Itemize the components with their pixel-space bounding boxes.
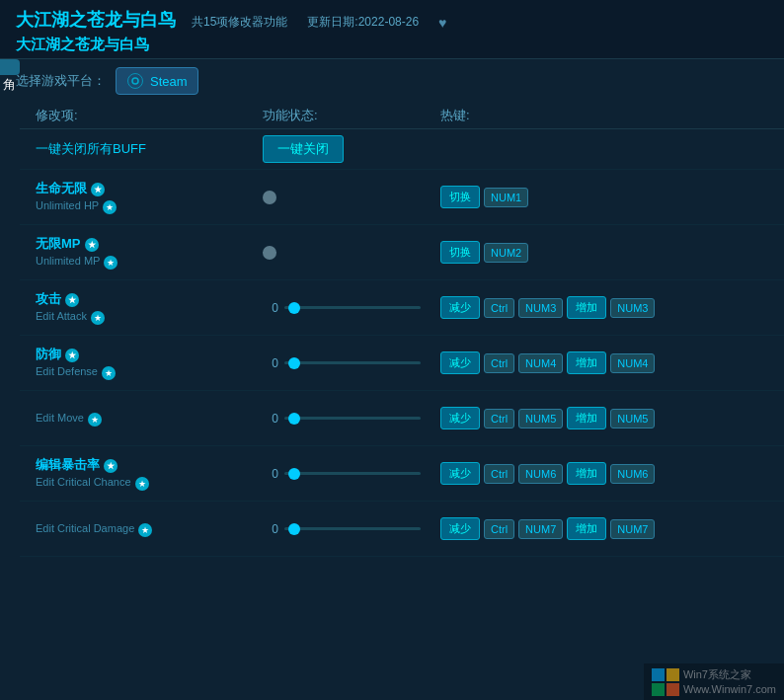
key-tag: Ctrl <box>484 409 514 428</box>
slider-thumb[interactable] <box>288 523 300 535</box>
key-tag: NUM5 <box>518 409 563 428</box>
row-hotkey-col: 减少CtrlNUM7增加NUM7 <box>440 517 768 540</box>
key-tag: NUM1 <box>484 188 528 207</box>
row-status-col: 0 <box>263 522 440 536</box>
slider-container: 0 <box>263 522 421 536</box>
row-hotkey-col: 切换NUM1 <box>440 186 768 208</box>
svg-rect-4 <box>666 668 679 681</box>
row-name-en: Edit Defense★ <box>36 365 263 379</box>
row-name-col: 攻击★Edit Attack★ <box>36 290 263 324</box>
table-row: Edit Critical Damage★0减少CtrlNUM7增加NUM7 <box>20 502 784 557</box>
star-icon: ★ <box>103 200 117 214</box>
slider-thumb[interactable] <box>288 302 300 314</box>
action-hotkey-btn[interactable]: 增加 <box>567 351 606 374</box>
svg-rect-6 <box>666 683 679 696</box>
row-name-en: Edit Attack★ <box>36 310 263 324</box>
rows-container: 生命无限★Unlimited HP★切换NUM1无限MP★Unlimited M… <box>0 170 784 557</box>
platform-row: 选择游戏平台： Steam <box>0 59 784 103</box>
win-logo-icon <box>652 668 679 696</box>
slider-track[interactable] <box>284 306 421 309</box>
toggle-circle[interactable] <box>263 246 276 260</box>
header-meta: 共15项修改器功能 更新日期:2022-08-26 ♥ <box>192 14 446 31</box>
header: 大江湖之苍龙与白鸟 共15项修改器功能 更新日期:2022-08-26 ♥ 大江… <box>0 0 784 59</box>
slider-track[interactable] <box>284 527 421 530</box>
slider-container: 0 <box>263 412 421 426</box>
key-tag: Ctrl <box>484 519 514 539</box>
action-hotkey-btn[interactable]: 减少 <box>440 462 480 485</box>
slider-track[interactable] <box>284 472 421 475</box>
key-tag: NUM6 <box>518 464 563 484</box>
svg-point-2 <box>133 79 138 84</box>
action-hotkey-btn[interactable]: 减少 <box>440 517 480 540</box>
row-hotkey-col: 减少CtrlNUM4增加NUM4 <box>440 351 768 374</box>
key-tag: NUM3 <box>518 298 563 318</box>
switch-hotkey-btn[interactable]: 切换 <box>440 186 480 208</box>
action-hotkey-btn[interactable]: 增加 <box>567 296 606 319</box>
star-icon: ★ <box>104 459 118 473</box>
key-tag: NUM4 <box>518 353 563 373</box>
watermark-line1: Win7系统之家 <box>683 667 776 681</box>
heart-icon[interactable]: ♥ <box>438 15 446 31</box>
slider-container: 0 <box>263 467 421 481</box>
toggle-circle[interactable] <box>263 191 276 204</box>
star-icon: ★ <box>104 256 118 270</box>
slider-thumb[interactable] <box>288 468 300 480</box>
slider-track[interactable] <box>284 417 421 420</box>
row-hotkey-col: 切换NUM2 <box>440 241 768 264</box>
star-icon: ★ <box>85 238 99 252</box>
key-tag: Ctrl <box>484 353 514 373</box>
slider-track[interactable] <box>284 361 421 364</box>
slider-value: 0 <box>263 412 278 426</box>
action-hotkey-btn[interactable]: 减少 <box>440 351 480 374</box>
key-tag: NUM7 <box>610 519 655 539</box>
steam-label: Steam <box>150 74 188 89</box>
table-header: 修改项: 功能状态: 热键: <box>20 103 784 129</box>
row-name-col: Edit Move★ <box>36 410 263 426</box>
star-icon: ★ <box>135 477 149 491</box>
row-name-en: Unlimited HP★ <box>36 199 263 213</box>
row-name-col: 无限MP★Unlimited MP★ <box>36 235 263 269</box>
row-name-en: Edit Move★ <box>36 412 263 426</box>
star-icon: ★ <box>88 413 102 427</box>
steam-icon <box>126 72 144 90</box>
action-hotkey-btn[interactable]: 减少 <box>440 296 480 319</box>
star-icon: ★ <box>91 183 105 196</box>
row-name-zh: 攻击★ <box>36 290 263 308</box>
row-name-col: 编辑暴击率★Edit Critical Chance★ <box>36 456 263 490</box>
key-tag: Ctrl <box>484 298 514 318</box>
switch-hotkey-btn[interactable]: 切换 <box>440 241 480 264</box>
action-hotkey-btn[interactable]: 减少 <box>440 407 480 429</box>
slider-thumb[interactable] <box>288 357 300 369</box>
key-tag: NUM5 <box>610 409 655 428</box>
key-tag: NUM4 <box>610 353 655 373</box>
svg-rect-3 <box>652 668 665 681</box>
row-name-en: Edit Critical Damage★ <box>36 522 263 536</box>
side-tab-character[interactable]: 角色 <box>0 59 20 75</box>
key-tag: NUM3 <box>610 298 655 318</box>
row-name-col: 防御★Edit Defense★ <box>36 346 263 379</box>
header-title-main: 大江湖之苍龙与白鸟 <box>16 8 176 32</box>
steam-button[interactable]: Steam <box>116 67 198 95</box>
one-key-button[interactable]: 一键关闭 <box>263 135 344 163</box>
action-hotkey-btn[interactable]: 增加 <box>567 517 606 540</box>
action-hotkey-btn[interactable]: 增加 <box>567 462 606 485</box>
key-tag: NUM7 <box>518 519 563 539</box>
action-hotkey-btn[interactable]: 增加 <box>567 407 606 429</box>
row-status-col <box>263 191 440 204</box>
row-name-en: Edit Critical Chance★ <box>36 476 263 490</box>
table-row: Edit Move★0减少CtrlNUM5增加NUM5 <box>20 391 784 446</box>
table-row: 生命无限★Unlimited HP★切换NUM1 <box>20 170 784 225</box>
row-name-zh: 生命无限★ <box>36 180 263 197</box>
platform-label: 选择游戏平台： <box>16 72 106 90</box>
table-row: 无限MP★Unlimited MP★切换NUM2 <box>20 225 784 280</box>
key-tag: NUM2 <box>484 243 528 263</box>
key-tag: Ctrl <box>484 464 514 484</box>
one-key-row: 一键关闭所有BUFF 一键关闭 <box>20 129 784 170</box>
star-icon: ★ <box>91 311 105 325</box>
slider-thumb[interactable] <box>288 413 300 425</box>
slider-value: 0 <box>263 356 278 370</box>
watermark: Win7系统之家 Www.Winwin7.com <box>644 663 784 700</box>
row-status-col: 0 <box>263 356 440 370</box>
star-icon: ★ <box>138 523 152 537</box>
row-hotkey-col: 减少CtrlNUM6增加NUM6 <box>440 462 768 485</box>
